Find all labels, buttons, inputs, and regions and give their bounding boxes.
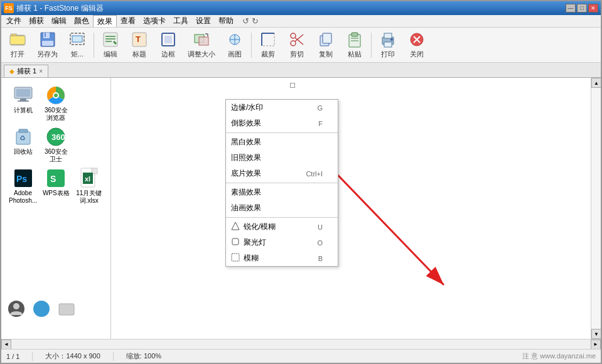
scroll-up-button[interactable]: ▲	[591, 78, 601, 88]
svg-text:S: S	[50, 174, 56, 184]
gray-icon-item[interactable]	[56, 299, 77, 319]
copy-icon	[317, 31, 335, 48]
svg-rect-71	[232, 238, 239, 245]
tab-capture1[interactable]: ◆ 捕获 1 ×	[4, 65, 48, 77]
svg-line-30	[295, 35, 303, 41]
draw-button[interactable]: 画图	[221, 29, 249, 61]
menu-capture[interactable]: 捕获	[25, 15, 48, 27]
ps-icon: Ps	[13, 168, 33, 188]
blue-icon-item[interactable]	[31, 299, 51, 319]
tab-close-button[interactable]: ×	[39, 68, 43, 75]
scroll-left-button[interactable]: ◄	[1, 340, 11, 350]
menu-effects[interactable]: 效果	[93, 15, 117, 27]
effect-negative[interactable]: 底片效果 Ctrl+I	[226, 166, 338, 181]
save-as-button[interactable]: 另存为	[33, 29, 62, 61]
capture-button[interactable]: 矩...	[63, 29, 91, 61]
svg-rect-47	[20, 99, 26, 100]
effect-oldphoto[interactable]: 旧照效果	[226, 150, 338, 166]
cut-button[interactable]: 剪切	[283, 29, 311, 61]
svg-rect-53	[19, 129, 28, 132]
blur-icon	[231, 253, 241, 264]
scroll-down-button[interactable]: ▼	[591, 329, 601, 339]
effect-oilpaint-label: 油画效果	[231, 203, 261, 213]
blue-icon	[31, 299, 51, 319]
wps-icon-item[interactable]: S WPS表格	[42, 168, 70, 205]
edit-icon	[102, 31, 119, 48]
computer-icon	[13, 85, 33, 105]
bottom-scrollbar: ◄ ►	[1, 339, 601, 349]
scissors-icon	[288, 31, 306, 48]
content-area: 计算机 360安全浏览器	[1, 78, 601, 339]
recycle-label: 回收站	[14, 148, 33, 156]
svg-rect-17	[164, 36, 172, 43]
menu-settings[interactable]: 设置	[192, 15, 215, 27]
effect-reflection[interactable]: 倒影效果 F	[226, 115, 338, 131]
scroll-track-right[interactable]	[591, 88, 601, 329]
menu-color[interactable]: 颜色	[70, 15, 93, 27]
title-button[interactable]: T 标题	[126, 29, 153, 61]
browser360-icon-item[interactable]: 360安全浏览器	[42, 85, 70, 122]
close-file-button[interactable]: 关闭	[403, 29, 431, 61]
empty-slot-1	[75, 85, 103, 122]
menu-tabs[interactable]: 选项卡	[139, 15, 169, 27]
open-button[interactable]: 打开	[4, 29, 31, 61]
redo-icon[interactable]: ↻	[252, 16, 259, 26]
svg-rect-19	[199, 37, 208, 45]
excel-icon: xl	[79, 168, 99, 188]
safe360-icon-item[interactable]: 360 360安全卫士	[42, 127, 70, 163]
menu-view[interactable]: 查看	[117, 15, 139, 27]
close-window-button[interactable]: ✕	[588, 4, 598, 13]
copy-button[interactable]: 复制	[312, 29, 340, 61]
dropdown-sep-1	[226, 132, 338, 133]
menu-help[interactable]: 帮助	[215, 15, 237, 27]
svg-rect-8	[72, 36, 82, 42]
ps-icon-item[interactable]: Ps Adobe Photosh...	[9, 168, 37, 205]
undo-icon[interactable]: ↺	[242, 16, 249, 26]
window-controls: — □ ✕	[566, 4, 598, 13]
resize-button[interactable]: 调整大小	[183, 29, 220, 61]
watermark-text: 注 意 www.dayanzai.me	[522, 351, 596, 361]
effect-border-shortcut: G	[317, 104, 323, 112]
title-icon: T	[131, 31, 148, 48]
browser360-icon	[46, 85, 66, 105]
effect-oilpaint[interactable]: 油画效果	[226, 200, 338, 216]
svg-rect-25	[262, 33, 274, 46]
effect-spotlight[interactable]: 聚光灯 O	[226, 235, 338, 250]
computer-icon-item[interactable]: 计算机	[9, 85, 37, 122]
effect-sharpen-shortcut: U	[318, 223, 323, 231]
print-button[interactable]: 打印	[374, 29, 402, 61]
sharpen-icon	[231, 222, 241, 232]
recycle-icon: ♻	[13, 127, 33, 147]
minimize-button[interactable]: —	[566, 4, 576, 13]
toolbar-sep-2	[251, 33, 252, 58]
title-bar: FS 捕获 1 - FastStone 编辑器 — □ ✕	[1, 1, 601, 15]
main-window: FS 捕获 1 - FastStone 编辑器 — □ ✕ 文件 捕获 编辑 颜…	[0, 0, 602, 364]
effect-border-watermark[interactable]: 边缘/水印 G	[226, 100, 338, 115]
crop-button[interactable]: 裁剪	[254, 29, 282, 61]
menu-tools[interactable]: 工具	[169, 15, 192, 27]
menu-file[interactable]: 文件	[3, 15, 25, 27]
svg-rect-46	[16, 89, 30, 97]
page-info: 1 / 1	[6, 353, 19, 360]
effect-reflection-shortcut: F	[318, 120, 323, 127]
effect-sketch[interactable]: 素描效果	[226, 185, 338, 200]
svg-point-28	[291, 41, 296, 46]
edit-button[interactable]: 编辑	[97, 29, 124, 61]
menu-edit[interactable]: 编辑	[48, 15, 70, 27]
svg-text:xl: xl	[85, 175, 90, 183]
draw-icon	[226, 31, 244, 48]
user-icon-item[interactable]	[6, 299, 26, 319]
effect-blur-label: 模糊	[244, 253, 259, 264]
scroll-right-button[interactable]: ►	[591, 340, 601, 350]
effect-sharpen-blur[interactable]: 锐化/模糊 U	[226, 219, 338, 235]
border-button[interactable]: 边框	[154, 29, 182, 61]
maximize-button[interactable]: □	[577, 4, 587, 13]
paste-button[interactable]: 粘贴	[341, 29, 368, 61]
svg-point-67	[13, 303, 19, 309]
excel-icon-item[interactable]: xl 11月关键词.xlsx	[75, 168, 103, 205]
effect-blur[interactable]: 模糊 B	[226, 250, 338, 266]
recycle-icon-item[interactable]: ♻ 回收站	[9, 127, 37, 163]
svg-rect-39	[384, 33, 392, 38]
svg-point-68	[33, 301, 50, 317]
effect-bw[interactable]: 黑白效果	[226, 134, 338, 150]
